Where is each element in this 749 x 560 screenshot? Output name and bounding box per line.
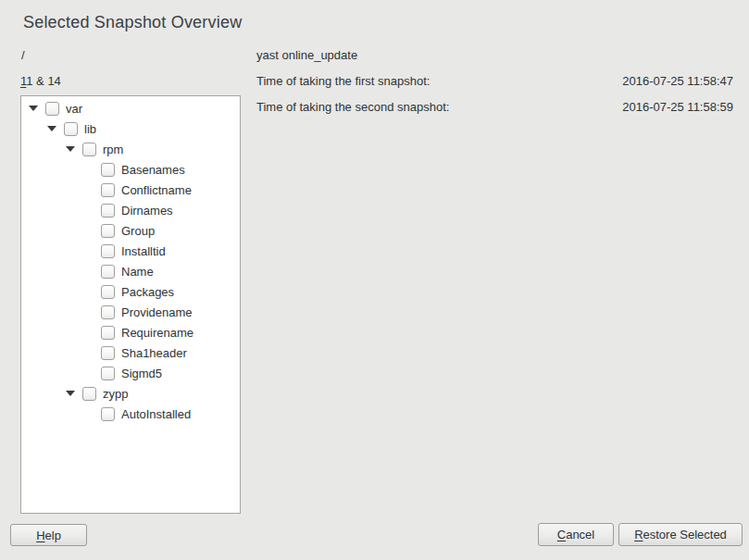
checkbox[interactable] xyxy=(101,326,115,340)
first-snapshot-time-label: Time of taking the first snapshot: xyxy=(256,74,430,88)
checkbox[interactable] xyxy=(45,102,59,116)
help-button[interactable]: Help xyxy=(10,524,87,546)
expander-down-icon[interactable] xyxy=(66,146,75,152)
tree-row[interactable]: Providename xyxy=(21,302,240,322)
tree-row[interactable]: zypp xyxy=(21,383,240,404)
tree-item-label: Installtid xyxy=(121,244,166,258)
tree-row[interactable]: Dirnames xyxy=(21,200,240,220)
restore-selected-button-mnemonic: R xyxy=(634,528,643,541)
tree-item-label: Sigmd5 xyxy=(121,367,162,380)
tree-item-label: rpm xyxy=(103,143,123,156)
cancel-button-mnemonic: C xyxy=(557,528,566,541)
snapshot-overview-dialog: Selected Snapshot Overview / 11 & 14 var… xyxy=(0,0,749,560)
tree-item-label: lib xyxy=(84,122,96,136)
restore-selected-button[interactable]: Restore Selected xyxy=(618,523,743,546)
tree-item-label: Sha1header xyxy=(121,346,187,360)
tree-item-label: Requirename xyxy=(121,326,193,340)
checkbox[interactable] xyxy=(101,407,115,421)
checkbox[interactable] xyxy=(101,204,115,218)
tree-item-label: Packages xyxy=(121,285,174,299)
snapshot-pair-rest: 1 & 14 xyxy=(26,74,61,88)
tree-row[interactable]: rpm xyxy=(21,139,240,159)
checkbox[interactable] xyxy=(101,265,115,279)
expander-down-icon[interactable] xyxy=(66,391,75,396)
tree-item-label: AutoInstalled xyxy=(121,407,191,421)
snapshot-description: yast online_update xyxy=(256,48,357,62)
tree-item-label: Name xyxy=(121,265,154,279)
help-button-rest: elp xyxy=(45,529,61,542)
checkbox[interactable] xyxy=(101,285,115,299)
second-snapshot-time-label: Time of taking the second snapshot: xyxy=(256,100,449,114)
tree-item-label: var xyxy=(66,102,82,116)
tree-row[interactable]: Conflictname xyxy=(21,180,240,200)
snapshot-pair-label: 11 & 14 xyxy=(20,74,61,88)
tree-item-label: Group xyxy=(121,224,155,238)
expander-down-icon[interactable] xyxy=(47,126,56,131)
tree-row[interactable]: Installtid xyxy=(21,241,240,261)
first-snapshot-time-value: 2016-07-25 11:58:47 xyxy=(622,74,733,88)
restore-selected-button-rest: estore Selected xyxy=(643,528,727,541)
snapshot-path-label: / xyxy=(21,48,25,62)
tree-row[interactable]: Packages xyxy=(21,281,240,302)
expander-down-icon[interactable] xyxy=(29,106,38,111)
help-button-mnemonic: H xyxy=(36,529,44,542)
tree-row[interactable]: lib xyxy=(21,118,240,139)
tree-row[interactable]: Requirename xyxy=(21,322,240,342)
snapshot-file-tree: var lib rpm Basenames Conflictname Dirna… xyxy=(20,95,241,514)
checkbox[interactable] xyxy=(82,387,96,401)
tree-row[interactable]: var xyxy=(21,98,240,118)
tree-item-label: Dirnames xyxy=(121,204,173,218)
tree-row[interactable]: Group xyxy=(21,220,240,241)
tree-row[interactable]: Name xyxy=(21,261,240,281)
second-snapshot-time-value: 2016-07-25 11:58:59 xyxy=(622,100,733,114)
tree-row[interactable]: AutoInstalled xyxy=(21,404,240,424)
tree-row[interactable]: Sha1header xyxy=(21,342,240,363)
tree-row[interactable]: Sigmd5 xyxy=(21,363,240,383)
page-title: Selected Snapshot Overview xyxy=(23,13,242,32)
checkbox[interactable] xyxy=(101,244,115,258)
checkbox[interactable] xyxy=(82,143,96,156)
checkbox[interactable] xyxy=(101,346,115,360)
tree-item-label: Conflictname xyxy=(121,183,192,197)
checkbox[interactable] xyxy=(64,122,78,136)
second-snapshot-time-row: Time of taking the second snapshot: 2016… xyxy=(256,100,733,114)
first-snapshot-time-row: Time of taking the first snapshot: 2016-… xyxy=(256,74,733,88)
tree-item-label: Providename xyxy=(121,305,193,319)
checkbox[interactable] xyxy=(101,305,115,319)
checkbox[interactable] xyxy=(101,163,115,177)
checkbox[interactable] xyxy=(101,367,115,380)
tree-row[interactable]: Basenames xyxy=(21,159,240,180)
checkbox[interactable] xyxy=(101,183,115,197)
cancel-button-rest: ancel xyxy=(566,528,594,541)
tree-item-label: Basenames xyxy=(121,163,185,177)
tree-item-label: zypp xyxy=(103,387,128,401)
checkbox[interactable] xyxy=(101,224,115,238)
cancel-button[interactable]: Cancel xyxy=(538,523,614,546)
